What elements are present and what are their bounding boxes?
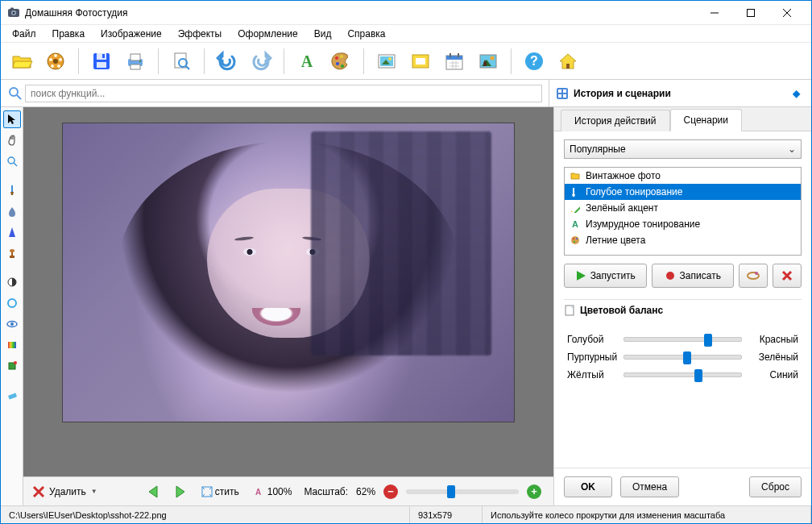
statusbar: C:\Users\IEUser\Desktop\sshot-222.png 93… — [1, 505, 811, 523]
reset-button[interactable]: Сброс — [749, 476, 802, 497]
balance-right-label: Синий — [748, 369, 798, 381]
record-button[interactable]: Записать — [652, 264, 735, 288]
svg-rect-38 — [446, 56, 462, 60]
print-button[interactable] — [121, 47, 150, 76]
category-combo[interactable]: Популярные — [564, 139, 802, 159]
balance-row: ГолубойКрасный — [567, 334, 798, 345]
film-button[interactable] — [41, 47, 70, 76]
menu-item[interactable]: Файл — [6, 27, 43, 41]
delete-button[interactable]: Удалить ▼ — [31, 484, 97, 499]
redo-button[interactable] — [246, 47, 276, 76]
next-button[interactable] — [172, 484, 189, 499]
image-button[interactable] — [372, 47, 401, 76]
undo-button[interactable] — [213, 47, 242, 76]
main: Удалить ▼ стить A 100% Масштаб: 62% − + … — [1, 107, 811, 505]
calendar-button[interactable] — [440, 47, 469, 76]
delete-scenario-button[interactable] — [773, 264, 802, 288]
eraser-tool[interactable] — [3, 386, 21, 404]
scenario-icon: A — [570, 219, 581, 229]
scenario-label: Изумрудное тонирование — [586, 218, 700, 230]
zoom-slider[interactable] — [406, 489, 519, 494]
zoom100-button[interactable]: A 100% — [251, 484, 296, 499]
hand-tool[interactable] — [3, 131, 21, 149]
crop-tool[interactable] — [3, 357, 21, 375]
minimize-button[interactable] — [696, 1, 732, 24]
menu-item[interactable]: Эффекты — [172, 27, 229, 41]
contrast-tool[interactable] — [3, 273, 21, 291]
svg-rect-16 — [97, 53, 106, 60]
svg-point-12 — [57, 64, 60, 68]
help-button[interactable]: ? — [520, 47, 549, 76]
zoom-in-button[interactable]: + — [527, 484, 541, 499]
balance-right-label: Красный — [748, 334, 798, 345]
svg-line-52 — [17, 95, 21, 99]
open-button[interactable] — [7, 47, 36, 76]
balance-left-label: Голубой — [567, 334, 617, 345]
canvas-viewport[interactable] — [23, 107, 553, 476]
zoom-value: 62% — [356, 486, 375, 497]
scenario-row[interactable]: Голубое тонирование — [565, 184, 801, 200]
fit-button[interactable]: стить — [197, 484, 243, 499]
panel-title: История и сценарии — [574, 88, 671, 99]
svg-point-30 — [340, 55, 343, 58]
svg-text:A: A — [255, 488, 261, 497]
search-page-button[interactable] — [167, 47, 196, 76]
hue-tool[interactable] — [3, 294, 21, 312]
svg-marker-75 — [149, 486, 157, 497]
svg-point-2 — [13, 11, 15, 14]
balance-slider[interactable] — [624, 337, 742, 342]
save-button[interactable] — [87, 47, 116, 76]
cancel-button[interactable]: Отмена — [620, 476, 679, 497]
maximize-button[interactable] — [732, 1, 768, 24]
collapse-button[interactable]: ◆ — [793, 88, 800, 99]
search-input[interactable] — [25, 85, 542, 102]
scenario-list[interactable]: Винтажное фотоГолубое тонированиеЗелёный… — [564, 167, 802, 256]
record-icon — [665, 270, 676, 281]
scenario-row[interactable]: Зелёный акцент — [565, 200, 801, 216]
menu-item[interactable]: Правка — [46, 27, 92, 41]
menu-item[interactable]: Изображение — [94, 27, 168, 41]
color-balance-header: Цветовой баланс — [564, 299, 802, 321]
scenario-row[interactable]: Летние цвета — [565, 232, 801, 248]
sharpen-tool[interactable] — [3, 223, 21, 241]
prev-button[interactable] — [146, 484, 164, 499]
scenario-row[interactable]: Винтажное фото — [565, 168, 801, 184]
run-button[interactable]: Запустить — [564, 264, 647, 288]
stamp-tool[interactable] — [3, 244, 21, 262]
svg-point-28 — [336, 62, 339, 65]
svg-rect-20 — [130, 54, 140, 60]
edit-scenario-button[interactable] — [739, 264, 768, 288]
text-button[interactable]: A — [292, 47, 321, 76]
svg-rect-60 — [11, 185, 13, 192]
balance-slider[interactable] — [624, 372, 742, 377]
eye-tool[interactable] — [3, 315, 21, 333]
svg-point-22 — [139, 60, 141, 62]
zoom-out-button[interactable]: − — [383, 484, 398, 499]
svg-point-84 — [573, 238, 574, 239]
close-button[interactable] — [768, 1, 805, 24]
menu-item[interactable]: Справка — [341, 27, 392, 41]
palette-button[interactable] — [326, 47, 355, 76]
svg-point-66 — [8, 299, 16, 307]
menu-item[interactable]: Вид — [308, 27, 338, 41]
home-button[interactable] — [553, 47, 582, 76]
tab-history[interactable]: История действий — [561, 110, 670, 131]
svg-rect-5 — [747, 9, 754, 16]
blur-tool[interactable] — [3, 202, 21, 220]
ok-button[interactable]: OK — [564, 476, 612, 497]
balance-slider[interactable] — [624, 355, 742, 360]
scenario-row[interactable]: AИзумрудное тонирование — [565, 216, 801, 232]
brush-tool[interactable] — [3, 181, 21, 199]
pointer-tool[interactable] — [3, 110, 21, 128]
menu-item[interactable]: Оформление — [231, 27, 304, 41]
scenario-label: Винтажное фото — [586, 170, 661, 181]
svg-rect-3 — [10, 7, 14, 10]
tab-scenarios[interactable]: Сценарии — [670, 109, 742, 131]
zoom-tool[interactable] — [3, 152, 21, 170]
postcard-button[interactable] — [474, 47, 503, 76]
svg-point-10 — [54, 54, 57, 57]
delete-icon — [31, 484, 46, 499]
svg-marker-87 — [577, 271, 586, 281]
frame-button[interactable] — [406, 47, 435, 76]
gradient-tool[interactable] — [3, 336, 21, 354]
